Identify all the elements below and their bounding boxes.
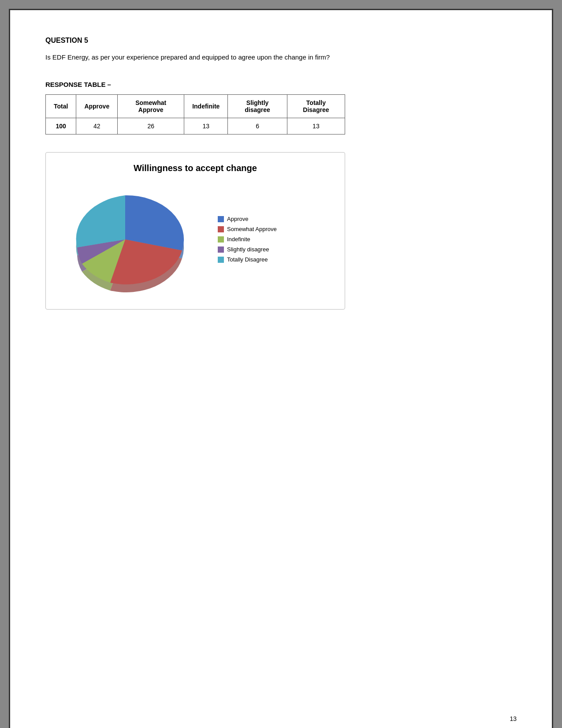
slice-totally-disagree [76,195,125,247]
val-total: 100 [46,118,76,134]
legend-color-approve [218,216,224,222]
val-totally-disagree: 13 [287,118,345,134]
response-table: Total Approve Somewhat Approve Indefinit… [45,94,345,134]
table-row: 100 42 26 13 6 13 [46,118,345,134]
legend-color-totally-disagree [218,257,224,263]
chart-legend: Approve Somewhat Approve Indefinite Slig… [218,216,277,263]
legend-color-indefinite [218,236,224,243]
pie-chart [55,182,205,297]
legend-item-slightly-disagree: Slightly disagree [218,246,277,253]
legend-label-somewhat-approve: Somewhat Approve [227,226,277,232]
response-table-label: RESPONSE TABLE – [45,81,517,88]
val-indefinite: 13 [184,118,228,134]
page: QUESTION 5 Is EDF Energy, as per your ex… [9,9,553,728]
col-somewhat-approve: Somewhat Approve [118,94,184,118]
chart-body: Approve Somewhat Approve Indefinite Slig… [55,182,336,297]
col-slightly-disagree: Slightly disagree [228,94,287,118]
question-title: QUESTION 5 [45,37,517,45]
col-approve: Approve [76,94,118,118]
legend-item-approve: Approve [218,216,277,222]
question-text: Is EDF Energy, as per your experience pr… [45,52,517,63]
legend-color-slightly-disagree [218,246,224,253]
legend-item-indefinite: Indefinite [218,236,277,243]
col-indefinite: Indefinite [184,94,228,118]
legend-label-totally-disagree: Totally Disagree [227,256,268,263]
legend-label-indefinite: Indefinite [227,236,250,243]
legend-label-approve: Approve [227,216,248,222]
legend-item-somewhat-approve: Somewhat Approve [218,226,277,232]
val-somewhat-approve: 26 [118,118,184,134]
chart-container: Willingness to accept change [45,152,345,310]
col-total: Total [46,94,76,118]
legend-item-totally-disagree: Totally Disagree [218,256,277,263]
col-totally-disagree: Totally Disagree [287,94,345,118]
chart-title: Willingness to accept change [55,163,336,173]
legend-label-slightly-disagree: Slightly disagree [227,246,269,253]
page-number: 13 [510,715,517,722]
val-slightly-disagree: 6 [228,118,287,134]
val-approve: 42 [76,118,118,134]
legend-color-somewhat-approve [218,226,224,232]
pie-svg [55,182,205,297]
